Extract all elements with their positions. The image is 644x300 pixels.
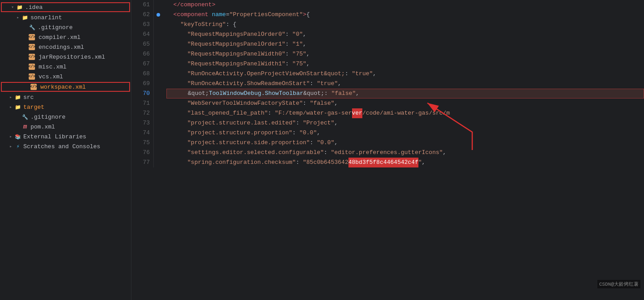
line-number: 65	[135, 39, 150, 49]
arrow-icon	[7, 133, 14, 140]
sidebar-item-label: .gitignore	[30, 114, 65, 120]
scratch-icon: ⚡	[14, 143, 22, 150]
maven-icon: m	[22, 123, 29, 130]
code-content[interactable]: </component> <component name="Properties…	[163, 0, 644, 167]
line-number: 74	[135, 128, 150, 138]
file-icon: 🔧	[22, 113, 29, 120]
sidebar-item-label: encodings.xml	[39, 44, 84, 51]
code-line: "RequestMappingsPanelOrder0": "0",	[166, 30, 644, 39]
sidebar-item-gitignore2[interactable]: 🔧 .gitignore	[0, 112, 131, 122]
code-line: "project.structure.last.edited": "Projec…	[166, 118, 644, 128]
sidebar-item-label: vcs.xml	[39, 73, 63, 80]
folder-icon: 📁	[14, 94, 22, 101]
folder-icon: 📁	[22, 14, 29, 21]
sidebar-item-label: workspace.xml	[40, 84, 86, 90]
code-area: 61 62 63 64 65 66 67 68 69 70 71 72 73 7…	[131, 0, 644, 167]
line-number: 71	[135, 99, 150, 108]
sidebar-item-gitignore1[interactable]: 🔧 .gitignore	[0, 22, 131, 32]
sidebar-item-pom-xml[interactable]: m pom.xml	[0, 122, 131, 132]
code-line: "WebServerToolWindowFactoryState": "fals…	[166, 99, 644, 108]
sidebar-item-src[interactable]: 📁 src	[0, 92, 131, 102]
line-number: 66	[135, 49, 150, 59]
xml-icon: </>	[30, 84, 37, 90]
sidebar-item-label: sonarlint	[30, 14, 62, 21]
arrow-icon	[7, 103, 14, 111]
line-number: 69	[135, 79, 150, 89]
code-line: "project.structure.proportion": "0.0",	[166, 128, 644, 138]
arrow-icon	[7, 94, 14, 101]
xml-icon: </>	[29, 34, 35, 40]
project-sidebar: 📁 .idea 📁 sonarlint 🔧 .gitignore </> com…	[0, 0, 131, 300]
sidebar-item-scratches[interactable]: ⚡ Scratches and Consoles	[0, 141, 131, 151]
sidebar-item-sonarlint[interactable]: 📁 sonarlint	[0, 13, 131, 22]
line-number: 73	[135, 118, 150, 128]
code-line: "RunOnceActivity.ShowReadmeOnStart": "tr…	[166, 79, 644, 89]
code-line: <component name="PropertiesComponent">{	[166, 10, 644, 20]
line-number: 67	[135, 59, 150, 69]
line-number: 70	[135, 89, 150, 99]
folder-icon: 📁	[14, 103, 22, 111]
line-number: 61	[135, 0, 150, 10]
code-line: "project.structure.side.proportion": "0.…	[166, 138, 644, 148]
arrow-icon	[14, 14, 22, 21]
code-line: </component>	[166, 0, 644, 10]
line-number: 75	[135, 138, 150, 148]
code-line: "settings.editor.selected.configurable":…	[166, 148, 644, 158]
folder-icon: 📁	[16, 4, 23, 11]
sidebar-item-label: .idea	[25, 4, 43, 11]
arrow-icon	[9, 4, 16, 11]
line-number: 62	[135, 10, 150, 20]
arrow-icon	[7, 143, 14, 150]
code-editor: 61 62 63 64 65 66 67 68 69 70 71 72 73 7…	[131, 0, 644, 300]
sidebar-item-label: External Libraries	[23, 133, 86, 140]
xml-icon: </>	[29, 64, 35, 70]
sidebar-item-label: src	[23, 94, 34, 101]
line-number: 63	[135, 20, 150, 30]
sidebar-item-label: jarRepositories.xml	[39, 54, 105, 60]
sidebar-item-encodings-xml[interactable]: </> encodings.xml	[0, 42, 131, 52]
code-line: "RequestMappingsPanelOrder1": "1",	[166, 39, 644, 49]
sidebar-item-label: misc.xml	[39, 64, 66, 70]
sidebar-item-label: .gitignore	[38, 24, 73, 31]
sidebar-item-idea[interactable]: 📁 .idea	[1, 2, 130, 12]
code-line: "spring.configuration.checksum": "85c0b6…	[166, 158, 644, 167]
code-line: "RunOnceActivity.OpenProjectViewOnStart&…	[166, 69, 644, 79]
line-number: 68	[135, 69, 150, 79]
code-line-highlighted: &quot;ToolWindowDebug.ShowToolbar&quot;:…	[166, 89, 644, 99]
code-line: "last_opened_file_path": "F:/temp/water-…	[166, 108, 644, 118]
xml-icon: </>	[29, 44, 35, 50]
line-number: 72	[135, 108, 150, 118]
xml-icon: </>	[29, 73, 35, 80]
sidebar-item-target[interactable]: 📁 target	[0, 102, 131, 112]
line-numbers: 61 62 63 64 65 66 67 68 69 70 71 72 73 7…	[131, 0, 154, 167]
code-line: "RequestMappingsPanelWidth0": "75",	[166, 49, 644, 59]
line-number: 64	[135, 30, 150, 39]
code-line: "RequestMappingsPanelWidth1": "75",	[166, 59, 644, 69]
sidebar-item-label: pom.xml	[30, 124, 55, 130]
file-icon: 🔧	[29, 24, 36, 31]
line-number: 76	[135, 148, 150, 158]
watermark: CSDN@大龄烤红薯	[597, 280, 640, 288]
sidebar-item-label: Scratches and Consoles	[23, 143, 100, 150]
sidebar-item-compiler-xml[interactable]: </> compiler.xml	[0, 32, 131, 42]
library-icon: 📚	[14, 133, 22, 140]
sidebar-item-label: compiler.xml	[39, 34, 81, 41]
sidebar-item-external-libraries[interactable]: 📚 External Libraries	[0, 132, 131, 141]
sidebar-item-misc-xml[interactable]: </> misc.xml	[0, 62, 131, 72]
sidebar-item-jar-repositories[interactable]: </> jarRepositories.xml	[0, 52, 131, 62]
sidebar-item-workspace-xml[interactable]: </> workspace.xml	[1, 82, 130, 92]
xml-icon: </>	[29, 54, 35, 60]
line-number: 77	[135, 158, 150, 167]
gutter	[154, 0, 163, 167]
sidebar-item-label: target	[23, 104, 44, 111]
code-line: "keyToString": {	[166, 20, 644, 30]
sidebar-item-vcs-xml[interactable]: </> vcs.xml	[0, 72, 131, 81]
